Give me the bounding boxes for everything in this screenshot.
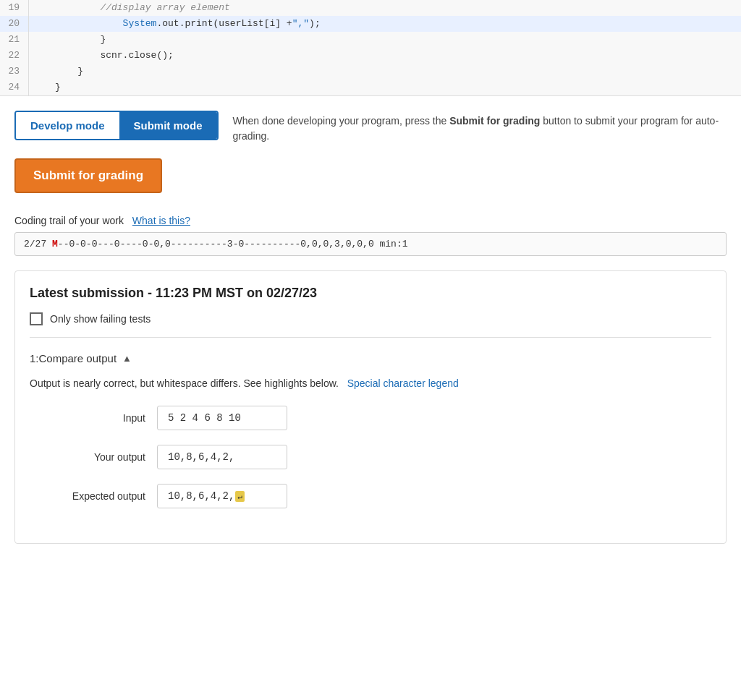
code-line-22: 22 scnr.close(); (0, 48, 741, 64)
submit-section: Submit for grading (0, 151, 741, 208)
expected-output-label: Expected output (30, 490, 145, 502)
code-line-24: 24 } (0, 80, 741, 95)
code-text: } (43, 32, 106, 48)
submit-for-grading-button[interactable]: Submit for grading (14, 158, 162, 193)
code-line-23: 23 } (0, 64, 741, 80)
code-text: //display array element (43, 0, 230, 16)
line-number: 24 (0, 80, 29, 95)
chevron-up-icon: ▲ (122, 353, 132, 364)
compare-output-section: 1:Compare output ▲ Output is nearly corr… (30, 346, 711, 529)
submission-title: Latest submission - 11:23 PM MST on 02/2… (30, 286, 711, 301)
compare-output-header[interactable]: 1:Compare output ▲ (30, 352, 711, 364)
code-text: System.out.print(userList[i] +","); (43, 16, 321, 32)
expected-output-text: 10,8,6,4,2, (168, 490, 234, 502)
what-is-this-link[interactable]: What is this? (132, 215, 190, 226)
your-output-value-box: 10,8,6,4,2, (157, 445, 287, 469)
only-failing-tests-label: Only show failing tests (50, 313, 151, 325)
coding-trail-box: 2/27 M--0-0-0---0----0-0,0----------3-0-… (14, 232, 727, 256)
newline-marker: ↵ (235, 491, 245, 502)
section-divider (30, 337, 711, 338)
expected-output-row: Expected output 10,8,6,4,2,↵ (30, 484, 711, 508)
mode-section: Develop mode Submit mode When done devel… (0, 96, 741, 151)
code-line-21: 21 } (0, 32, 741, 48)
mode-toggle: Develop mode Submit mode (14, 111, 219, 140)
trail-date: 2/27 (24, 239, 52, 249)
line-number: 22 (0, 48, 29, 64)
submission-panel: Latest submission - 11:23 PM MST on 02/2… (14, 270, 727, 544)
your-output-row: Your output 10,8,6,4,2, (30, 445, 711, 469)
code-text: scnr.close(); (43, 48, 174, 64)
mode-description: When done developing your program, press… (233, 111, 727, 144)
trail-data: --0-0-0---0----0-0,0----------3-0-------… (58, 239, 408, 249)
failing-tests-row: Only show failing tests (30, 312, 711, 325)
input-label: Input (30, 412, 145, 424)
code-text: } (43, 64, 83, 80)
code-line-19: 19 //display array element (0, 0, 741, 16)
line-number: 23 (0, 64, 29, 80)
input-row: Input 5 2 4 6 8 10 (30, 406, 711, 430)
compare-output-title: 1:Compare output (30, 352, 117, 364)
code-line-20: 20 System.out.print(userList[i] +","); (0, 16, 741, 32)
only-failing-tests-checkbox[interactable] (30, 312, 43, 325)
output-message-text: Output is nearly correct, but whitespace… (30, 377, 339, 389)
code-text: } (43, 80, 61, 95)
coding-trail-label: Coding trail of your work (14, 215, 124, 226)
expected-output-value-box: 10,8,6,4,2,↵ (157, 484, 287, 508)
line-number: 19 (0, 0, 29, 16)
input-value-box: 5 2 4 6 8 10 (157, 406, 287, 430)
code-section: 19 //display array element 20 System.out… (0, 0, 741, 96)
submit-mode-button[interactable]: Submit mode (119, 112, 217, 139)
develop-mode-button[interactable]: Develop mode (16, 112, 119, 139)
trail-marker: M (52, 239, 58, 249)
output-message: Output is nearly correct, but whitespace… (30, 376, 711, 391)
line-number: 21 (0, 32, 29, 48)
special-character-legend-link[interactable]: Special character legend (347, 377, 459, 389)
line-number: 20 (0, 16, 29, 32)
your-output-label: Your output (30, 451, 145, 463)
coding-trail-section: Coding trail of your work What is this? … (0, 208, 741, 263)
